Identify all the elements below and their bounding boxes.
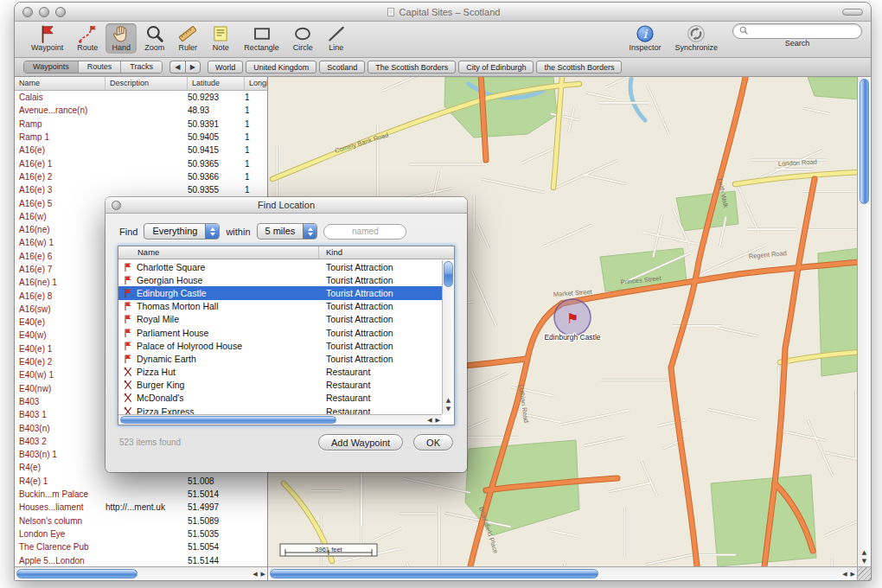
result-name: McDonald's — [137, 393, 319, 403]
results-vertical-scrollbar[interactable]: ▲▼ — [442, 260, 454, 414]
cell-name: A16(e) 1 — [15, 159, 105, 169]
result-row[interactable]: Georgian HouseTourist Attraction — [118, 273, 442, 286]
scrollbar-thumb[interactable] — [16, 569, 137, 578]
scroll-left-icon[interactable]: ◀ — [842, 571, 847, 578]
result-row[interactable]: Thomas Morton HallTourist Attraction — [118, 300, 442, 313]
sidebar-horizontal-scrollbar[interactable]: ◀▶ — [15, 566, 267, 580]
tool-line-button[interactable]: Line — [321, 23, 352, 54]
table-row[interactable]: Avenue...rance(n)48.931 — [15, 104, 267, 117]
named-input[interactable] — [323, 224, 406, 240]
column-header-lon[interactable]: Longitude — [245, 77, 267, 90]
toolbar-toggle-button[interactable] — [842, 9, 863, 16]
cell-name: E40(e) 1 — [15, 344, 105, 354]
breadcrumb-item[interactable]: The Scottish Borders — [368, 61, 456, 74]
table-row[interactable]: Apple 5...London51.5144 — [15, 553, 267, 566]
breadcrumb-item[interactable]: the Scottish Borders — [536, 61, 622, 74]
scroll-down-icon[interactable]: ▼ — [862, 558, 866, 565]
resize-grip[interactable] — [858, 566, 871, 580]
result-row[interactable]: Royal MileTourist Attraction — [118, 313, 442, 326]
segment-routes[interactable]: Routes — [79, 61, 122, 73]
map-horizontal-scrollbar[interactable]: ◀▶ — [268, 566, 857, 580]
table-row[interactable]: Calais50.92931 — [15, 91, 267, 104]
scrollbar-arrows[interactable]: ▲▼ — [858, 549, 871, 565]
tool-ruler-button[interactable]: Ruler — [172, 23, 203, 54]
column-header-name[interactable]: Name — [15, 77, 105, 90]
tool-rectangle-button[interactable]: Rectangle — [238, 23, 285, 54]
result-row[interactable]: Dynamic EarthTourist Attraction — [118, 352, 442, 365]
segment-tracks[interactable]: Tracks — [121, 61, 162, 73]
tool-hand-button[interactable]: Hand — [105, 23, 137, 54]
tool-zoom-button[interactable]: Zoom — [138, 23, 170, 54]
back-button[interactable]: ◀ — [169, 61, 185, 74]
result-row[interactable]: Palace of Holyrood HouseTourist Attracti… — [118, 339, 442, 352]
scrollbar-arrows[interactable]: ▲▼ — [443, 397, 454, 412]
results-horizontal-scrollbar[interactable]: ◀▶ — [118, 414, 442, 425]
tool-note-button[interactable]: Note — [205, 23, 236, 54]
ok-button[interactable]: OK — [413, 434, 453, 451]
tool-route-button[interactable]: Route — [71, 23, 104, 54]
zoom-window-button[interactable] — [55, 7, 66, 17]
table-row[interactable]: A16(e)50.94151 — [15, 144, 267, 157]
dialog-title-bar[interactable]: Find Location — [105, 197, 467, 214]
result-row[interactable]: Pizza HutRestaurant — [118, 366, 442, 379]
column-header-lat[interactable]: Latitude — [188, 77, 245, 90]
result-row[interactable]: Burger KingRestaurant — [118, 379, 442, 392]
scroll-right-icon[interactable]: ▶ — [851, 571, 855, 578]
map-vertical-scrollbar[interactable]: ▲▼ — [858, 77, 871, 566]
scrollbar-arrows[interactable]: ◀▶ — [842, 567, 855, 580]
title-bar[interactable]: Capital Sites – Scotland — [15, 3, 871, 22]
result-row[interactable]: McDonald'sRestaurant — [118, 392, 442, 405]
scroll-right-icon[interactable]: ▶ — [261, 571, 265, 578]
column-header-desc[interactable]: Description — [105, 77, 188, 90]
breadcrumb-item[interactable]: United Kingdom — [246, 61, 316, 74]
scroll-up-icon[interactable]: ▲ — [862, 549, 866, 556]
tool-circle-button[interactable]: Circle — [287, 23, 319, 54]
scroll-left-icon[interactable]: ◀ — [252, 571, 257, 578]
table-row[interactable]: Ramp50.93911 — [15, 118, 267, 131]
breadcrumb-item[interactable]: World — [208, 61, 243, 74]
tool-waypoint-button[interactable]: Waypoint — [25, 23, 69, 54]
table-row[interactable]: Ramp 150.94051 — [15, 131, 267, 144]
result-row[interactable]: Charlotte SquareTourist Attraction — [118, 260, 442, 273]
tool-synchronize-button[interactable]: Synchronize — [668, 23, 724, 54]
results-column-header-name[interactable]: Name — [118, 246, 319, 259]
scrollbar-thumb[interactable] — [444, 261, 453, 287]
scroll-right-icon[interactable]: ▶ — [436, 417, 440, 424]
close-button[interactable] — [22, 7, 33, 17]
forward-button[interactable]: ▶ — [185, 61, 201, 74]
segment-waypoints[interactable]: Waypoints — [24, 61, 79, 73]
result-row[interactable]: Edinburgh CastleTourist Attraction — [118, 286, 442, 299]
scrollbar-thumb[interactable] — [860, 79, 869, 204]
scroll-up-icon[interactable]: ▲ — [446, 397, 451, 404]
table-row[interactable]: A16(e) 350.93551 — [15, 183, 267, 196]
category-popup[interactable]: Everything — [144, 223, 220, 240]
tool-inspector-button[interactable]: iInspector — [623, 23, 667, 54]
result-row[interactable]: Parliament HouseTourist Attraction — [118, 326, 442, 339]
dialog-close-button[interactable] — [112, 201, 121, 210]
table-row[interactable]: Houses...liamenthttp://...ment.uk51.4997 — [15, 501, 267, 514]
results-column-header-kind[interactable]: Kind — [319, 246, 454, 259]
table-row[interactable]: Nelson's column51.5089 — [15, 514, 267, 527]
add-waypoint-button[interactable]: Add Waypoint — [318, 434, 403, 451]
scrollbar-arrows[interactable]: ◀▶ — [252, 567, 265, 580]
breadcrumb-item[interactable]: Scotland — [319, 61, 365, 74]
minimize-button[interactable] — [39, 7, 49, 17]
scrollbar-thumb[interactable] — [270, 569, 598, 578]
table-row[interactable]: London Eye51.5035 — [15, 527, 267, 540]
search-field[interactable] — [732, 23, 862, 39]
distance-popup[interactable]: 5 miles — [257, 223, 318, 240]
scroll-left-icon[interactable]: ◀ — [427, 417, 431, 424]
table-row[interactable]: The Clarence Pub51.5054 — [15, 540, 267, 553]
search-input[interactable] — [752, 27, 847, 36]
scroll-down-icon[interactable]: ▼ — [446, 406, 451, 412]
flag-icon — [123, 354, 134, 364]
table-row[interactable]: A16(e) 250.93661 — [15, 170, 267, 183]
tool-label: Ruler — [178, 43, 197, 52]
table-row[interactable]: R4(e) 151.008 — [15, 475, 267, 488]
table-row[interactable]: A16(e) 150.93651 — [15, 157, 267, 169]
scrollbar-thumb[interactable] — [120, 416, 336, 424]
breadcrumb-item[interactable]: City of Edinburgh — [458, 61, 534, 74]
cell-name: London Eye — [15, 529, 105, 539]
scrollbar-arrows[interactable]: ◀▶ — [427, 415, 440, 425]
table-row[interactable]: Buckin...m Palace51.5014 — [15, 488, 267, 501]
